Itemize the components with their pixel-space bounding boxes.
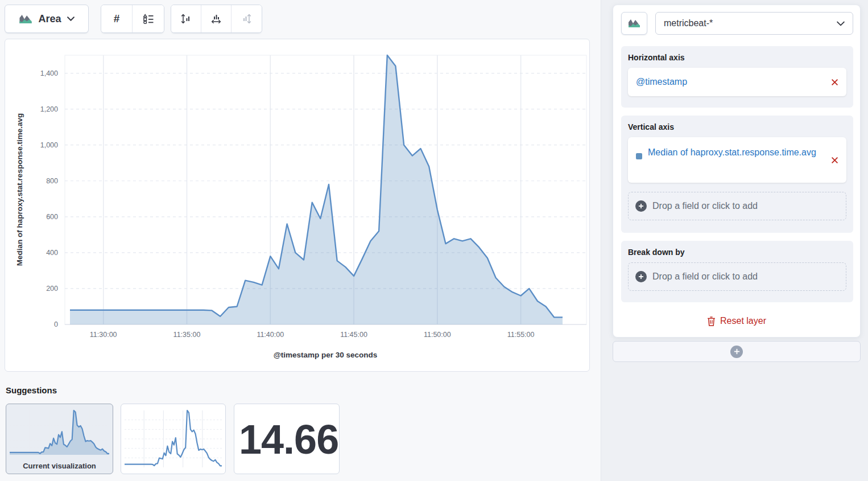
config-sidebar: metricbeat-* Horizontal axis @timestamp … [601,0,868,481]
suggestion-current[interactable]: Current visualization [6,404,113,474]
index-pattern-select[interactable]: metricbeat-* [655,12,853,35]
y-tick-label: 800 [46,177,58,185]
plus-in-circle-icon [635,200,647,212]
y-tick-label: 1,200 [40,105,58,113]
remove-dimension-icon[interactable] [831,157,838,164]
mini-line-chart [121,408,225,471]
value-labels-button[interactable]: # [101,5,133,32]
section-break-down: Break down by Drop a field or click to a… [621,241,853,302]
reset-layer-label: Reset layer [720,316,766,326]
mini-line [125,410,222,466]
area-fill [70,55,563,324]
y-tick-label: 1,400 [40,69,58,77]
area-chart-icon [19,14,32,24]
hash-icon: # [114,13,120,25]
section-label: Horizontal axis [628,53,846,62]
left-axis-icon [180,13,192,24]
x-tick-label: 11:50:00 [424,331,451,339]
layer-panel: metricbeat-* Horizontal axis @timestamp … [613,5,861,338]
section-label: Break down by [628,248,846,257]
chevron-down-icon [837,21,845,26]
right-axis-button-disabled [232,5,262,32]
reset-layer-button[interactable]: Reset layer [613,316,860,326]
drop-field-breakdown[interactable]: Drop a field or click to add [628,262,846,291]
series-color-swatch [636,153,642,159]
y-tick-label: 600 [46,213,58,221]
index-pattern-value: metricbeat-* [664,18,837,28]
chart-type-label: Area [38,13,61,25]
dimension-timestamp[interactable]: @timestamp [628,68,846,96]
legend-settings-button[interactable] [133,5,164,32]
chart-type-switch-button[interactable]: Area [5,5,89,33]
x-tick-label: 11:35:00 [173,331,201,339]
dimension-median[interactable]: Median of haproxy.stat.response.time.avg [628,137,846,183]
suggestion-line-chart[interactable] [121,404,226,474]
x-tick-label: 11:40:00 [257,331,284,339]
area-chart-icon [628,18,640,28]
bottom-axis-icon [210,13,222,24]
y-tick-label: 0 [54,320,58,328]
suggestion-metric[interactable]: 14.66 [234,404,340,474]
trash-icon [707,316,716,326]
x-tick-label: 11:45:00 [340,331,367,339]
drop-field-vertical[interactable]: Drop a field or click to add [628,192,846,220]
layer-chart-type-button[interactable] [621,12,647,35]
suggestions-title: Suggestions [6,385,57,395]
remove-dimension-icon[interactable] [831,79,838,86]
y-axis-title: Median of haproxy.stat.response.time.avg [15,113,24,266]
x-tick-label: 11:55:00 [507,331,535,339]
drop-placeholder: Drop a field or click to add [652,272,758,282]
x-axis-title: @timestamp per 30 seconds [274,351,378,359]
drop-placeholder: Drop a field or click to add [652,201,758,211]
suggestion-current-label: Current visualization [6,462,113,470]
x-tick-label: 11:30:00 [90,331,117,339]
dimension-label: @timestamp [636,77,831,87]
plus-in-circle-icon [635,271,647,282]
dimension-label: Median of haproxy.stat.response.time.avg [648,145,831,160]
plus-in-circle-icon [730,346,743,358]
legend-icon [143,14,154,24]
left-axis-button[interactable] [171,5,201,32]
right-axis-icon [241,13,253,24]
add-layer-button[interactable] [613,341,861,362]
metric-value: 14.66 [239,404,338,474]
section-horizontal-axis: Horizontal axis @timestamp [621,46,853,108]
chevron-down-icon [67,17,75,21]
area-chart[interactable]: 11:30:0011:35:0011:40:0011:45:0011:50:00… [5,39,589,371]
y-tick-label: 200 [46,285,58,293]
label-settings-group: # [101,5,164,33]
y-tick-label: 400 [46,249,58,257]
bottom-axis-button[interactable] [201,5,232,32]
mini-area-chart [6,408,113,459]
chart-panel: 11:30:0011:35:0011:40:0011:45:0011:50:00… [5,39,590,372]
section-vertical-axis: Vertical axis Median of haproxy.stat.res… [621,116,853,233]
y-tick-label: 1,000 [40,141,58,149]
axis-settings-group [171,5,262,33]
section-label: Vertical axis [628,122,846,131]
